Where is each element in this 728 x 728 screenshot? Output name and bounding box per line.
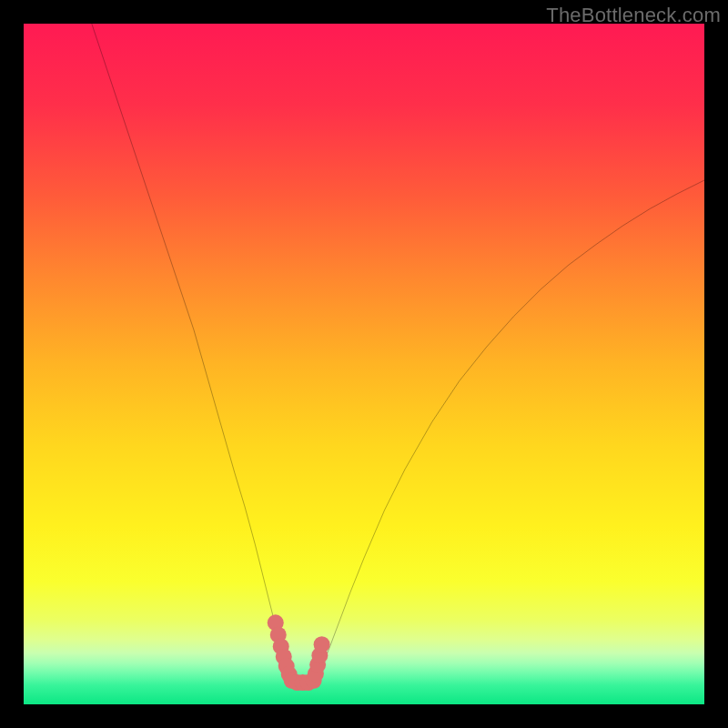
chart-frame: TheBottleneck.com	[0, 0, 728, 728]
marker-dot	[314, 636, 330, 652]
marker-dots	[268, 614, 330, 691]
plot-area	[24, 24, 704, 704]
bottleneck-curve	[92, 24, 704, 682]
curve-layer	[24, 24, 704, 704]
watermark-text: TheBottleneck.com	[546, 4, 721, 27]
